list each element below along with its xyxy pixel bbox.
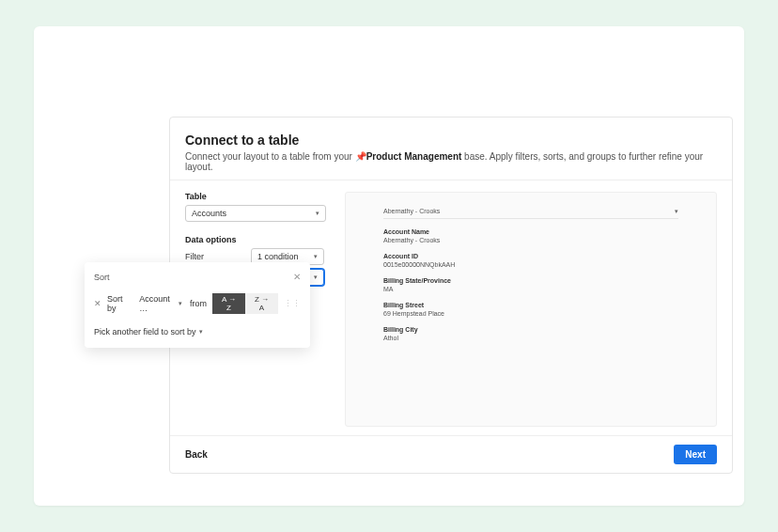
table-select[interactable]: Accounts ▾ (185, 205, 326, 222)
field-block: Billing State/Province MA (383, 277, 678, 292)
chevron-down-icon: ▾ (316, 210, 319, 217)
field-value: Athol (383, 335, 678, 341)
base-name: Product Management (366, 151, 462, 162)
table-section-label: Table (185, 192, 326, 201)
popover-title: Sort (94, 273, 110, 282)
sort-popover: Sort ✕ ✕ Sort by Account … ▾ from A → Z … (85, 262, 310, 348)
field-block: Account ID 0015e00000NNQbkAAH (383, 253, 678, 268)
table-select-value: Accounts (192, 209, 226, 218)
sort-desc-button[interactable]: Z → A (245, 293, 278, 314)
panel-title: Connect to a table (185, 133, 717, 148)
sort-direction-group: A → Z Z → A (212, 293, 278, 314)
next-button[interactable]: Next (674, 445, 717, 464)
chevron-down-icon: ▾ (199, 328, 203, 336)
chevron-down-icon: ▾ (314, 274, 318, 281)
add-sort-label: Pick another field to sort by (94, 327, 196, 336)
chevron-down-icon: ▾ (314, 253, 318, 260)
record-preview: Abernathy - Crooks ▾ Account Name Aberna… (345, 192, 717, 427)
filter-label: Filter (185, 252, 241, 261)
pin-icon: 📌 (355, 151, 366, 162)
add-sort-button[interactable]: Pick another field to sort by ▾ (94, 327, 301, 336)
field-block: Billing City Athol (383, 326, 678, 341)
preview-record-select[interactable]: Abernathy - Crooks ▾ (383, 206, 678, 219)
sort-field-value: Account … (139, 294, 177, 313)
drag-handle-icon[interactable]: ⋮⋮ (284, 299, 301, 308)
data-options-label: Data options (185, 235, 326, 244)
popover-header: Sort ✕ (94, 272, 301, 282)
outer-card: Connect to a table Connect your layout t… (34, 26, 744, 506)
field-label: Billing Street (383, 302, 678, 308)
panel-header: Connect to a table Connect your layout t… (170, 117, 732, 180)
panel-footer: Back Next (170, 435, 732, 473)
field-value: Abernathy - Crooks (383, 237, 678, 243)
field-label: Billing State/Province (383, 277, 678, 284)
field-value: MA (383, 286, 678, 292)
field-label: Account Name (383, 228, 678, 235)
field-block: Account Name Abernathy - Crooks (383, 228, 678, 243)
from-label: from (190, 299, 207, 308)
panel-subtitle: Connect your layout to a table from your… (185, 151, 717, 172)
preview-select-value: Abernathy - Crooks (383, 208, 440, 214)
subtitle-pre: Connect your layout to a table from your (185, 151, 355, 162)
sort-asc-button[interactable]: A → Z (212, 293, 245, 314)
remove-sort-icon[interactable]: ✕ (94, 299, 101, 308)
close-icon[interactable]: ✕ (293, 272, 301, 282)
sortby-label: Sort by (107, 294, 132, 313)
field-value: 0015e00000NNQbkAAH (383, 261, 678, 268)
sort-condition-row: ✕ Sort by Account … ▾ from A → Z Z → A ⋮… (94, 293, 301, 314)
field-block: Billing Street 69 Hempstead Place (383, 302, 678, 317)
field-label: Account ID (383, 253, 678, 259)
chevron-down-icon: ▾ (179, 300, 182, 307)
filter-value: 1 condition (257, 252, 299, 261)
chevron-down-icon: ▾ (675, 208, 678, 215)
field-value: 69 Hempstead Place (383, 310, 678, 317)
back-button[interactable]: Back (185, 449, 208, 460)
sort-field-select[interactable]: Account … ▾ (137, 293, 184, 314)
field-label: Billing City (383, 326, 678, 333)
